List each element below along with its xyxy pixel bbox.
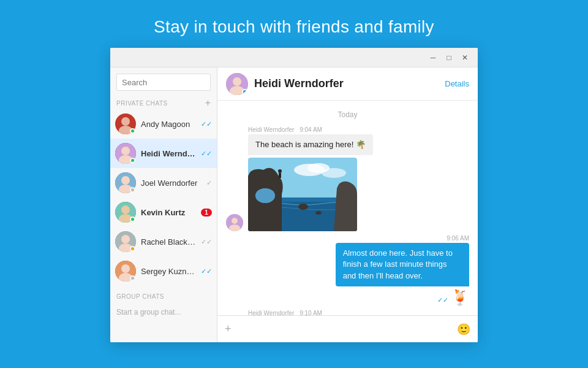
minimize-button[interactable]: ─	[426, 51, 440, 64]
contact-check-sergey: ✓✓	[201, 267, 212, 275]
date-divider: Today	[226, 110, 469, 119]
svg-point-29	[298, 204, 308, 210]
msg-avatar-heidi-1	[226, 214, 243, 231]
sidebar-item-rachel[interactable]: Rachel Blackman ✓✓	[110, 227, 217, 256]
beach-image	[248, 158, 357, 231]
svg-point-33	[322, 168, 346, 178]
avatar-wrap-heidi	[115, 143, 136, 164]
search-input[interactable]	[122, 78, 205, 87]
chat-area: Heidi Werndorfer Details Today Heidi Wer…	[217, 67, 478, 342]
sidebar-item-sergey[interactable]: Sergey Kuznetsov ✓✓	[110, 256, 217, 286]
group-chats-label: GROUP CHATS	[116, 293, 164, 300]
svg-point-7	[121, 176, 130, 185]
message-row-3: Heidi Werndorfer 9:10 AM What time are y…	[226, 310, 469, 315]
svg-point-34	[278, 169, 282, 173]
message-row-1: Heidi Werndorfer 9:04 AM The beach is am…	[226, 126, 469, 231]
msg-meta-3: Heidi Werndorfer 9:10 AM	[248, 310, 360, 315]
maximize-button[interactable]: □	[442, 51, 456, 64]
chat-header: Heidi Werndorfer Details	[217, 67, 478, 101]
contact-name-andy: Andy Magoon	[141, 120, 198, 129]
sidebar-item-joel[interactable]: Joel Werndorfer ✓	[110, 168, 217, 197]
msg-emoji-2: ✓✓🍹	[437, 289, 469, 306]
msg-sender-1: Heidi Werndorfer	[248, 126, 294, 133]
msg-meta-2: 9:06 AM	[447, 235, 469, 242]
avatar-wrap-sergey	[115, 261, 136, 282]
read-check-icon: ✓✓	[437, 296, 448, 304]
sidebar-item-kevin[interactable]: Kevin Kurtz 1	[110, 197, 217, 227]
svg-point-19	[233, 77, 241, 86]
app-window: ─ □ ✕ PRIVATE CHATS +	[110, 48, 478, 342]
svg-rect-35	[279, 173, 281, 178]
msg-block-3: Heidi Werndorfer 9:10 AM What time are y…	[248, 310, 360, 315]
svg-point-22	[232, 218, 238, 224]
app-body: PRIVATE CHATS + Andy Magoon ✓✓	[110, 67, 478, 342]
contact-name-sergey: Sergey Kuznetsov	[141, 267, 198, 276]
avatar-wrap-andy	[115, 113, 136, 134]
status-dot-rachel	[130, 246, 135, 251]
contact-name-heidi: Heidi Werndorfer	[141, 149, 198, 158]
chat-header-avatar	[226, 73, 248, 95]
chat-input-bar: + 🙂	[217, 315, 478, 342]
contact-check-heidi: ✓✓	[201, 150, 212, 158]
emoji-picker-button[interactable]: 🙂	[457, 323, 470, 336]
contact-name-rachel: Rachel Blackman	[141, 237, 198, 247]
svg-point-10	[121, 205, 130, 214]
contact-name-kevin: Kevin Kurtz	[141, 208, 201, 217]
contact-check-joel: ✓	[206, 179, 212, 187]
group-chats-section: Start a group chat...	[110, 301, 217, 322]
sidebar-item-andy[interactable]: Andy Magoon ✓✓	[110, 109, 217, 139]
sidebar-item-heidi[interactable]: Heidi Werndorfer ✓✓	[110, 139, 217, 168]
sidebar: PRIVATE CHATS + Andy Magoon ✓✓	[110, 67, 217, 342]
svg-point-28	[255, 188, 275, 203]
msg-time-3: 9:10 AM	[300, 310, 322, 315]
private-chats-header: PRIVATE CHATS +	[110, 96, 217, 109]
avatar-wrap-rachel	[115, 231, 136, 252]
group-chats-header: GROUP CHATS	[110, 291, 217, 301]
msg-time-1: 9:04 AM	[300, 126, 322, 133]
svg-point-4	[121, 147, 130, 155]
add-attachment-button[interactable]: +	[225, 323, 232, 335]
chat-header-name: Heidi Werndorfer	[254, 77, 445, 90]
title-bar: ─ □ ✕	[110, 48, 478, 67]
msg-block-1: Heidi Werndorfer 9:04 AM The beach is am…	[248, 126, 373, 231]
status-dot-joel	[130, 187, 135, 193]
bubble-2: Almost done here. Just have to finish a …	[336, 243, 469, 286]
search-box[interactable]	[116, 74, 211, 91]
close-button[interactable]: ✕	[458, 51, 472, 64]
msg-sender-3: Heidi Werndorfer	[248, 310, 294, 315]
details-link[interactable]: Details	[445, 79, 469, 88]
message-input[interactable]	[236, 324, 457, 334]
contact-name-joel: Joel Werndorfer	[141, 178, 204, 188]
msg-block-2: 9:06 AM Almost done here. Just have to f…	[336, 235, 469, 306]
svg-point-0	[121, 117, 130, 126]
start-group-chat-link[interactable]: Start a group chat...	[116, 308, 181, 316]
message-row-2: 9:06 AM Almost done here. Just have to f…	[226, 235, 469, 306]
status-dot-andy	[130, 128, 135, 134]
unread-badge-kevin: 1	[201, 209, 212, 217]
add-chat-button[interactable]: +	[205, 98, 211, 108]
msg-meta-1: Heidi Werndorfer 9:04 AM	[248, 126, 373, 133]
avatar-wrap-joel	[115, 172, 136, 193]
contact-check-rachel: ✓✓	[201, 238, 212, 246]
status-dot-heidi	[130, 158, 135, 163]
contact-check-andy: ✓✓	[201, 120, 212, 128]
status-dot-kevin	[130, 217, 135, 222]
status-dot-sergey	[130, 275, 135, 281]
private-chats-label: PRIVATE CHATS	[116, 100, 168, 107]
svg-point-16	[121, 264, 130, 273]
bubble-1: The beach is amazing here! 🌴	[248, 134, 373, 155]
chat-messages: Today Heidi Werndorfer 9:04 AM The beach…	[217, 101, 478, 315]
page-title: Stay in touch with friends and family	[154, 17, 434, 37]
svg-point-13	[121, 235, 130, 243]
avatar-wrap-kevin	[115, 202, 136, 223]
svg-point-30	[315, 211, 322, 215]
